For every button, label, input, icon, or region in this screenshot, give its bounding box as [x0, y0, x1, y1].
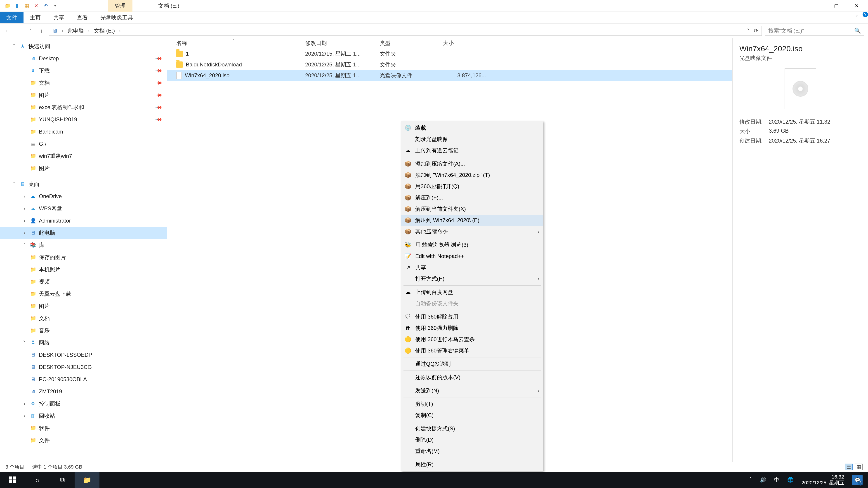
volume-icon[interactable]: 🔊: [760, 477, 766, 483]
context-menu-item[interactable]: 📦 添加到 "Win7x64_2020.zip" (T): [401, 169, 543, 181]
tree-item[interactable]: 🖥 PC-20190530OBLA: [0, 373, 167, 385]
tree-item[interactable]: 🖥 DESKTOP-LSSOEDP: [0, 349, 167, 361]
qat-dropdown-icon[interactable]: ▾: [52, 2, 59, 9]
taskbar-clock[interactable]: 16:32 2020/12/25, 星期五: [802, 474, 844, 486]
tree-item[interactable]: 🖥 Desktop 📌: [0, 53, 167, 65]
tree-item[interactable]: ˅ ★ 快速访问: [0, 40, 167, 53]
ribbon-context-tool-tab[interactable]: 光盘映像工具: [94, 12, 139, 23]
tree-item[interactable]: ⬇ 下载 📌: [0, 65, 167, 77]
tree-item[interactable]: › 🖥 此电脑: [0, 227, 167, 239]
context-menu-item[interactable]: 📦 添加到压缩文件(A)...: [401, 158, 543, 169]
help-button[interactable]: ?: [863, 12, 868, 17]
context-menu-item[interactable]: 刻录光盘映像: [401, 133, 543, 145]
context-menu-item[interactable]: 打开方式(H) ›: [401, 273, 543, 285]
close-button[interactable]: ✕: [852, 1, 861, 10]
tree-item[interactable]: 📁 文件: [0, 434, 167, 447]
context-menu-item[interactable]: 📦 解压到(F)...: [401, 192, 543, 203]
context-menu-item[interactable]: 复制(C): [401, 410, 543, 421]
tree-item[interactable]: 📁 YUNQISHI2019 📌: [0, 113, 167, 126]
file-row[interactable]: 1 2020/12/15, 星期二 1... 文件夹: [167, 48, 733, 59]
col-size[interactable]: 大小: [443, 39, 493, 47]
address-dropdown-icon[interactable]: ˅: [747, 28, 750, 34]
action-center-icon[interactable]: 💬3: [852, 475, 863, 485]
file-row[interactable]: Win7x64_2020.iso 2020/12/25, 星期五 1... 光盘…: [167, 70, 733, 81]
tree-item[interactable]: › ☁ WPS网盘: [0, 202, 167, 215]
context-menu-item[interactable]: 🟡 使用 360管理右键菜单: [401, 345, 543, 356]
context-menu-item[interactable]: 🐝 用 蜂蜜浏览器 浏览(3): [401, 239, 543, 251]
tree-item[interactable]: 📁 天翼云盘下载: [0, 288, 167, 300]
tree-item[interactable]: 🖥 ZMT2019: [0, 385, 167, 398]
tree-item[interactable]: 📁 软件: [0, 422, 167, 434]
nav-up-button[interactable]: ↑: [37, 27, 46, 35]
start-button[interactable]: [0, 472, 25, 488]
tree-item[interactable]: 📁 图片: [0, 162, 167, 174]
col-name[interactable]: 名称˄: [176, 39, 305, 47]
tree-item[interactable]: 📁 本机照片: [0, 263, 167, 275]
context-menu-item[interactable]: 📦 其他压缩命令 ›: [401, 226, 543, 237]
tree-item[interactable]: ˅ 🖥 桌面: [0, 178, 167, 190]
context-menu-item[interactable]: 创建快捷方式(S): [401, 423, 543, 434]
tree-item[interactable]: › 🗑 回收站: [0, 410, 167, 422]
ribbon-view-tab[interactable]: 查看: [70, 12, 94, 23]
tree-item[interactable]: 📁 excel表格制作求和 📌: [0, 101, 167, 113]
ribbon-collapse-icon[interactable]: ˅: [851, 12, 863, 23]
tree-item[interactable]: 📁 图片: [0, 300, 167, 312]
expand-icon[interactable]: ›: [22, 400, 27, 407]
tree-item[interactable]: 🖥 DESKTOP-NJEU3CG: [0, 361, 167, 373]
tray-chevron-icon[interactable]: ˄: [749, 477, 752, 483]
undo-icon[interactable]: ↶: [42, 2, 49, 9]
address-bar[interactable]: 🖥 › 此电脑 › 文档 (E:) › ˅ ⟳: [49, 26, 762, 36]
tree-item[interactable]: › 👤 Administrator: [0, 215, 167, 227]
context-menu-item[interactable]: 🛡 使用 360解除占用: [401, 311, 543, 322]
ribbon-home-tab[interactable]: 主页: [24, 12, 47, 23]
context-menu-item[interactable]: 📝 Edit with Notepad++: [401, 251, 543, 262]
task-view-button[interactable]: ⧉: [50, 472, 74, 488]
maximize-button[interactable]: ▢: [832, 1, 841, 10]
search-icon[interactable]: 🔍: [854, 28, 861, 34]
ribbon-file-tab[interactable]: 文件: [0, 12, 24, 23]
ribbon-share-tab[interactable]: 共享: [47, 12, 70, 23]
minimize-button[interactable]: —: [811, 1, 820, 10]
context-menu-item[interactable]: ☁ 上传到百度网盘: [401, 287, 543, 298]
tree-item[interactable]: ˅ 🖧 网络: [0, 337, 167, 349]
expand-icon[interactable]: ›: [22, 218, 27, 224]
context-menu-item[interactable]: 📦 解压到当前文件夹(X): [401, 203, 543, 215]
nav-forward-button[interactable]: →: [15, 27, 23, 35]
context-menu-item[interactable]: 📦 用360压缩打开(Q): [401, 181, 543, 192]
col-type[interactable]: 类型: [380, 39, 443, 47]
expand-icon[interactable]: ˅: [11, 181, 17, 187]
context-menu-item[interactable]: 还原以前的版本(V): [401, 372, 543, 383]
breadcrumb-item[interactable]: 此电脑: [68, 27, 84, 34]
tree-item[interactable]: 📁 Bandicam: [0, 126, 167, 138]
expand-icon[interactable]: ›: [22, 230, 27, 236]
expand-icon[interactable]: ›: [22, 205, 27, 212]
tree-item[interactable]: 📁 win7重装win7: [0, 150, 167, 162]
expand-icon[interactable]: ›: [22, 193, 27, 199]
breadcrumb-item[interactable]: 文档 (E:): [94, 27, 115, 34]
nav-recent-dropdown[interactable]: ˅: [26, 27, 34, 35]
expand-icon[interactable]: ˅: [22, 242, 27, 248]
context-menu-item[interactable]: 🟡 使用 360进行木马云查杀: [401, 334, 543, 345]
tree-item[interactable]: 📁 文档 📌: [0, 77, 167, 89]
tree-item[interactable]: 🖴 G:\: [0, 138, 167, 150]
tree-item[interactable]: › ⚙ 控制面板: [0, 398, 167, 410]
file-row[interactable]: BaiduNetdiskDownload 2020/12/25, 星期五 1..…: [167, 59, 733, 70]
context-menu-item[interactable]: 剪切(T): [401, 398, 543, 410]
tree-item[interactable]: 📁 保存的图片: [0, 251, 167, 263]
context-menu-item[interactable]: 通过QQ发送到: [401, 358, 543, 369]
expand-icon[interactable]: ˅: [22, 339, 27, 346]
tree-item[interactable]: › ☁ OneDrive: [0, 190, 167, 202]
delete-icon[interactable]: ✕: [33, 2, 40, 9]
tree-item[interactable]: 📁 音乐: [0, 324, 167, 337]
details-view-icon[interactable]: ☰: [845, 464, 852, 470]
context-menu-item[interactable]: ↗ 共享: [401, 262, 543, 273]
thumbnails-view-icon[interactable]: ▦: [855, 464, 863, 470]
nav-back-button[interactable]: ←: [4, 27, 12, 35]
context-menu-item[interactable]: 删除(D): [401, 434, 543, 446]
expand-icon[interactable]: ›: [22, 413, 27, 419]
context-menu-item[interactable]: 💿 装载: [401, 122, 543, 133]
context-menu-item[interactable]: 重命名(M): [401, 446, 543, 457]
context-menu-item[interactable]: ☁ 上传到有道云笔记: [401, 145, 543, 156]
tree-item[interactable]: ˅ 📚 库: [0, 239, 167, 251]
tree-item[interactable]: 📁 视频: [0, 275, 167, 288]
